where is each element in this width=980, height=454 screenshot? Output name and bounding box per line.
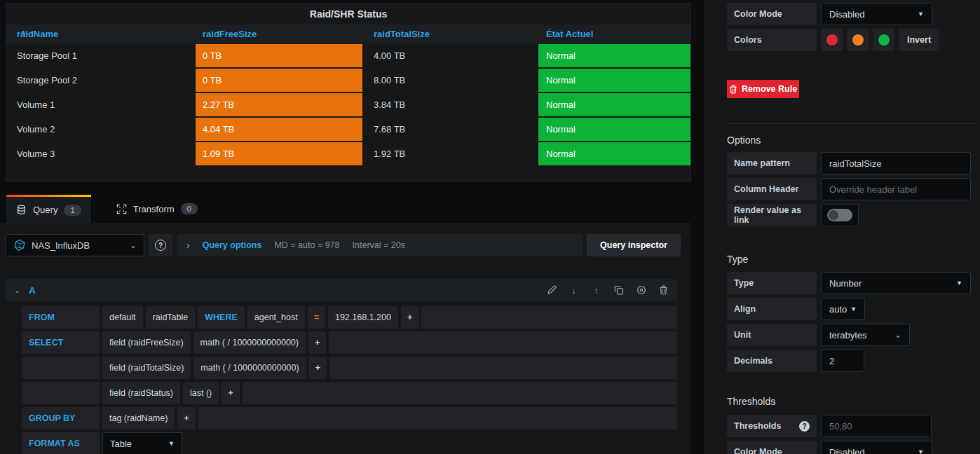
add-select-button[interactable]: + [309,357,327,379]
name-pattern-label: Name pattern [727,152,817,174]
formatas-keyword: FORMAT AS [22,432,100,454]
decimals-input[interactable]: 2 [821,350,864,372]
chevron-down-icon: ⌄ [894,330,901,340]
raidfreesize-cell: 2.27 TB [196,93,362,116]
tab-transform[interactable]: Transform 0 [107,195,207,223]
move-down-icon[interactable]: ↓ [569,285,579,296]
query-count-badge: 1 [64,205,81,216]
datasource-row: NAS_InfluxDB ⌄ ? › Query options MD = au… [6,234,681,256]
name-pattern-input[interactable]: raidTotalSize [821,152,971,174]
transform-count-badge: 0 [181,203,198,214]
status-cell: Normal [538,44,690,67]
add-select-button[interactable]: + [222,382,239,404]
raidfreesize-cell: 4.04 TB [196,118,362,141]
type-select[interactable]: Number ▼ [821,272,971,294]
color-swatch-green-button[interactable] [873,29,894,51]
query-options-meta: MD = auto = 978 [274,240,339,250]
panel-title: Raid/SHR Status [6,4,690,25]
color-swatch-orange-button[interactable] [847,29,869,51]
where-value-part[interactable]: 192.168.1.200 [328,306,398,329]
datasource-select[interactable]: NAS_InfluxDB ⌄ [6,234,144,256]
raidtotalsize-cell: 1.92 TB [374,142,405,166]
query-select-row: field (raidStatus) last () + [22,382,677,404]
unit-label: Unit [727,324,817,346]
query-options-bar[interactable]: › Query options MD = auto = 978 Interval… [177,234,583,256]
colors-row: Colors Invert [727,29,980,51]
query-a-header[interactable]: ⌄ A ↓ ↑ [6,279,677,301]
panel-edit-left-column: Raid/SHR Status raidName^ raidFreeSize r… [0,0,691,454]
type-label: Type [727,272,817,294]
column-header-input[interactable]: Override header label [821,178,971,200]
invert-button[interactable]: Invert [899,29,939,51]
influxdb-icon [13,239,26,252]
move-up-icon[interactable]: ↑ [591,285,601,296]
trash-icon[interactable] [658,285,669,296]
column-header-raidfreesize[interactable]: raidFreeSize [203,25,257,43]
orange-swatch [852,34,864,46]
thresholds-row: Thresholds ? 50,80 [727,415,980,437]
thresholds-input[interactable]: 50,80 [821,415,932,437]
raidname-cell: Volume 3 [17,142,55,166]
status-cell: Normal [538,93,690,116]
column-header-raidtotalsize[interactable]: raidTotalSize [374,25,430,43]
color-mode-select[interactable]: Disabled ▼ [821,3,932,25]
keyword-spacer [22,357,100,379]
green-swatch [878,34,890,46]
hide-query-icon[interactable] [636,285,646,296]
help-icon: ? [155,240,166,251]
table-header-row: raidName^ raidFreeSize raidTotalSize Éta… [6,25,690,43]
align-select[interactable]: auto ▼ [821,298,865,320]
edit-icon[interactable] [546,285,557,296]
query-interval: Interval = 20s [353,240,405,250]
format-as-select[interactable]: Table ▼ [102,432,182,454]
colors-label: Colors [727,29,817,51]
retention-policy-part[interactable]: default [102,306,143,329]
tab-query[interactable]: Query 1 [6,195,91,223]
where-operator-part[interactable]: = [308,306,325,329]
raidfreesize-cell: 1.09 TB [196,142,362,165]
last-part[interactable]: last () [183,382,219,404]
math-part[interactable]: math ( / 1000000000000) [193,357,306,379]
query-select-row: SELECT field (raidFreeSize) math ( / 100… [22,331,677,354]
math-part[interactable]: math ( / 1000000000000) [193,331,306,354]
color-swatch-red-button[interactable] [821,29,843,51]
thresholds-color-mode-row: Color Mode Disabled ▼ [727,441,980,454]
remove-rule-button[interactable]: Remove Rule [727,80,799,98]
add-select-button[interactable]: + [308,331,326,354]
help-icon[interactable]: ? [799,421,810,432]
raidtotalsize-cell: 8.00 TB [374,68,405,92]
add-where-button[interactable]: + [401,306,418,329]
options-heading: Options [727,135,980,146]
column-header-row: Column Header Override header label [727,178,980,200]
field-part[interactable]: field (raidTotalSize) [102,357,191,379]
table-row: Volume 3 1.09 TB 1.92 TB Normal [6,142,690,166]
chevron-down-icon: ▼ [918,11,924,18]
thresholds-color-mode-select[interactable]: Disabled ▼ [821,441,932,454]
column-header-etat-actuel[interactable]: État Actuel [546,25,593,43]
tag-part[interactable]: tag (raidName) [102,407,175,429]
unit-select[interactable]: terabytes ⌄ [821,324,910,346]
table-row: Storage Pool 1 0 TB 4.00 TB Normal [6,43,690,68]
status-cell: Normal [538,69,690,92]
editor-tabs: Query 1 Transform 0 [0,195,691,223]
add-groupby-button[interactable]: + [177,407,195,429]
color-mode-row: Color Mode Disabled ▼ [727,3,980,25]
query-inspector-button[interactable]: Query inspector [587,234,681,256]
raidname-cell: Storage Pool 1 [17,43,77,68]
section-divider [727,123,976,124]
measurement-part[interactable]: raidTable [146,306,196,329]
render-link-toggle[interactable] [821,204,859,226]
align-label: Align [727,298,817,320]
datasource-help-button[interactable]: ? [149,234,172,256]
tab-transform-label: Transform [133,204,175,214]
field-part[interactable]: field (raidFreeSize) [102,331,191,354]
select-keyword: SELECT [22,331,100,354]
row-filler [329,331,677,354]
copy-icon[interactable] [613,285,624,296]
field-part[interactable]: field (raidStatus) [102,382,180,404]
query-from-row: FROM default raidTable WHERE agent_host … [22,306,677,329]
type-heading: Type [727,254,980,265]
query-select-row: field (raidTotalSize) math ( / 100000000… [22,357,677,379]
where-key-part[interactable]: agent_host [247,306,305,329]
thresholds-color-mode-label: Color Mode [727,441,817,454]
